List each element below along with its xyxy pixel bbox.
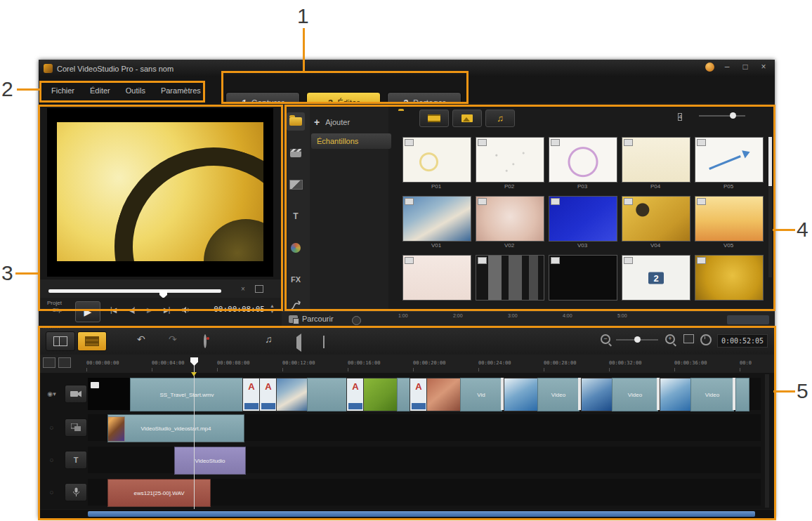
timeline-thumb[interactable] — [660, 378, 692, 411]
timeline-clip[interactable]: Vid — [460, 378, 502, 411]
timeline-vertical-scrollbar[interactable] — [765, 374, 769, 508]
subtitle-options-icon[interactable] — [323, 336, 325, 348]
media-thumb-V01[interactable]: V01 — [401, 194, 474, 253]
media-thumb-screens[interactable] — [474, 253, 547, 312]
title-clip[interactable]: VideoStudio — [174, 447, 246, 475]
media-thumb-P04[interactable]: P04 — [620, 136, 693, 194]
timeline-ruler[interactable]: 00:00:00:0000:00:04:0000:00:08:0000:00:1… — [39, 355, 775, 374]
overlay-clip[interactable]: VideoStudio_videostart.mp4 — [107, 414, 244, 442]
track-layout-icon[interactable] — [43, 357, 55, 368]
timeline-horizontal-scrollbar[interactable] — [39, 510, 775, 518]
library-scrollbar[interactable] — [768, 137, 772, 277]
filter-audio-button[interactable]: ♫ — [485, 110, 515, 127]
redo-icon[interactable]: ↷ — [169, 334, 177, 345]
video-track-content[interactable]: SS_Travel_Start.wmvAAAAVidVideoVideoVide… — [88, 378, 761, 410]
media-thumb-V02[interactable]: V02 — [474, 194, 547, 253]
filter-photo-button[interactable] — [452, 110, 482, 127]
slider-knob[interactable] — [730, 112, 736, 119]
jump-start-icon[interactable]: |◀ — [110, 306, 116, 314]
title-track-visibility-icon[interactable]: ◌ — [40, 447, 63, 473]
media-thumb-gold[interactable] — [693, 253, 766, 312]
filter-icon[interactable]: FX — [287, 270, 305, 289]
timeline-thumb[interactable] — [581, 378, 613, 411]
media-thumb-P01[interactable]: P01 — [401, 136, 474, 194]
menu-outils[interactable]: Outils — [126, 86, 145, 95]
minimize-button[interactable]: – — [721, 62, 733, 72]
timeline-thumb[interactable]: A — [259, 378, 277, 411]
hscroll-thumb[interactable] — [88, 511, 755, 517]
add-folder-button[interactable]: + Ajouter — [314, 117, 350, 128]
next-frame-icon[interactable]: ▶| — [164, 306, 169, 314]
preview-timecode[interactable]: 00:00:08:05 — [214, 305, 265, 314]
trim-close-icon[interactable]: × — [241, 285, 245, 293]
timeline-clip[interactable] — [397, 378, 411, 411]
preview-scrub-bar[interactable] — [48, 289, 221, 293]
timeline-filler[interactable] — [88, 378, 130, 410]
zoom-in-icon[interactable]: + — [665, 334, 675, 344]
media-thumb-V05[interactable]: V05 — [693, 194, 766, 253]
overlay-track-button[interactable] — [65, 418, 87, 437]
voice-clip[interactable]: ews121[25-00].WAV — [107, 479, 211, 507]
timeline-thumb[interactable]: A — [346, 378, 365, 411]
timeline-clip[interactable]: Video — [690, 378, 734, 411]
menu-fichier[interactable]: Fichier — [51, 86, 74, 95]
undo-icon[interactable]: ↶ — [137, 334, 145, 345]
timeline-clip[interactable] — [735, 378, 749, 411]
title-bar[interactable]: Corel VideoStudio Pro - sans nom – □ × — [39, 60, 775, 77]
title-icon[interactable]: T — [287, 207, 305, 225]
enlarge-preview-icon[interactable] — [255, 285, 263, 293]
voice-track-content[interactable]: ews121[25-00].WAV — [88, 479, 761, 506]
media-thumb-pale[interactable] — [401, 253, 474, 312]
prev-frame-icon[interactable]: ◀| — [129, 306, 134, 314]
video-track-button[interactable] — [65, 385, 87, 403]
mute-icon[interactable] — [182, 306, 191, 315]
voice-track-visibility-icon[interactable]: ◌ — [40, 479, 63, 506]
media-thumb-black[interactable] — [547, 253, 620, 312]
browse-button[interactable]: Parcourir — [289, 315, 334, 323]
media-icon[interactable] — [287, 112, 305, 131]
timeline-clip[interactable]: Video — [537, 378, 579, 411]
timecode-spinner[interactable]: ▲▼ — [270, 303, 275, 315]
storyboard-view-button[interactable] — [46, 331, 75, 351]
media-thumb-P03[interactable]: P03 — [547, 136, 620, 194]
timeline-thumb[interactable] — [426, 378, 461, 411]
overlay-track-visibility-icon[interactable]: ◌ — [40, 414, 63, 441]
zoom-slider-knob[interactable] — [634, 336, 641, 343]
menu-parame-tres[interactable]: Paramètres — [161, 86, 201, 95]
surround-sound-icon[interactable] — [293, 337, 301, 348]
timeline-zoom-slider[interactable] — [616, 339, 658, 341]
zoom-out-icon[interactable]: − — [601, 334, 610, 344]
sidebar-item-samples[interactable]: Échantillons — [311, 133, 391, 149]
media-thumb-V04[interactable]: V04 — [620, 194, 693, 253]
thumbnail-size-slider[interactable] — [699, 115, 745, 117]
transition-icon[interactable] — [287, 176, 305, 194]
graphic-icon[interactable] — [287, 239, 305, 257]
media-thumb-monitor[interactable]: 2 — [620, 253, 693, 312]
video-track-visibility-icon[interactable]: ◉▾ — [40, 378, 63, 410]
title-track-content[interactable]: VideoStudio — [88, 447, 761, 473]
menu-e-diter[interactable]: Éditer — [90, 86, 110, 95]
timeline-thumb[interactable] — [276, 378, 308, 411]
library-scrub-playhead[interactable] — [352, 316, 361, 325]
title-track-button[interactable]: T — [65, 451, 87, 469]
filter-video-button[interactable] — [419, 110, 449, 127]
track-list-icon[interactable] — [58, 357, 71, 368]
project-mode-label[interactable]: Projet — [47, 300, 62, 307]
timeline-thumb[interactable]: A — [242, 378, 261, 411]
media-thumb-P02[interactable]: P02 — [474, 136, 547, 194]
timeline-thumb[interactable]: A — [410, 378, 428, 411]
clip-mode-label[interactable]: Clip — [47, 307, 62, 314]
play-button[interactable]: ▶ — [75, 301, 100, 322]
timeline-clip[interactable]: SS_Travel_Start.wmv — [130, 378, 244, 411]
close-button[interactable]: × — [758, 62, 769, 72]
media-thumb-P05[interactable]: P05 — [693, 136, 766, 194]
timeline-clip[interactable] — [307, 378, 348, 411]
duration-icon[interactable] — [700, 334, 712, 345]
record-capture-icon[interactable] — [204, 336, 207, 347]
sort-options-icon[interactable]: 4 — [678, 112, 682, 121]
restore-button[interactable]: □ — [740, 62, 751, 72]
timeline-thumb[interactable] — [363, 378, 398, 411]
timeline-thumb[interactable] — [504, 378, 539, 411]
playhead[interactable] — [194, 357, 195, 509]
timeline-clip[interactable]: Video — [612, 378, 658, 411]
